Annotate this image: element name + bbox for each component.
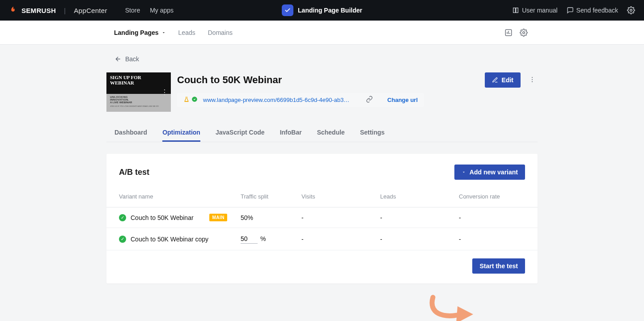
- check-circle-icon: [191, 96, 198, 104]
- col-visits: Visits: [301, 189, 380, 207]
- chart-icon[interactable]: [504, 29, 513, 37]
- dots-vertical-icon: [529, 76, 536, 83]
- col-conversion: Conversion rate: [459, 189, 538, 207]
- subnav-landing-pages-label: Landing Pages: [114, 29, 159, 36]
- chat-icon: [567, 7, 574, 14]
- flask-icon: [183, 96, 190, 104]
- link-icon[interactable]: [366, 96, 373, 104]
- send-feedback-label: Send feedback: [576, 7, 618, 14]
- edit-button[interactable]: Edit: [485, 72, 521, 88]
- sub-nav: Landing Pages Leads Domains: [114, 29, 233, 36]
- leads-cell: -: [380, 228, 459, 250]
- svg-point-2: [523, 31, 525, 34]
- url-box: www.landpage-preview.com/6699b1d5-6c9d-4…: [177, 93, 424, 107]
- semrush-flame-icon: [9, 6, 17, 15]
- svg-point-0: [630, 9, 632, 12]
- tab-javascript[interactable]: JavaScript Code: [216, 124, 265, 142]
- page-content: Back SIGN UP FOR WEBINAR UNLOCKING INNOV…: [106, 45, 538, 283]
- col-traffic-split: Traffic split: [241, 189, 301, 207]
- leads-cell: -: [380, 207, 459, 228]
- visits-cell: -: [301, 207, 380, 228]
- book-icon: [512, 7, 519, 14]
- thumb-sub3: A LIVE WEBINAR: [110, 101, 167, 104]
- traffic-split-input[interactable]: [241, 234, 258, 244]
- check-circle-icon: ✓: [119, 236, 126, 243]
- preview-url[interactable]: www.landpage-preview.com/6699b1d5-6c9d-4…: [203, 97, 349, 103]
- tab-optimization[interactable]: Optimization: [162, 124, 200, 142]
- change-url-link[interactable]: Change url: [387, 97, 418, 103]
- subnav-landing-pages[interactable]: Landing Pages: [114, 29, 166, 36]
- top-right: User manual Send feedback: [512, 6, 635, 14]
- nav-myapps[interactable]: My apps: [150, 7, 174, 14]
- subnav-leads[interactable]: Leads: [178, 29, 195, 36]
- page-thumbnail[interactable]: SIGN UP FOR WEBINAR UNLOCKING INNOVATION…: [106, 72, 171, 112]
- top-nav: Store My apps: [125, 7, 174, 14]
- gear-icon[interactable]: [627, 6, 635, 14]
- sub-bar: Landing Pages Leads Domains: [0, 21, 644, 45]
- abtest-card: A/B test Add new variant Variant name Tr…: [106, 154, 538, 283]
- table-row: ✓ Couch to 50K Webinar MAIN 50% - - -: [106, 207, 538, 228]
- tab-infobar[interactable]: InfoBar: [280, 124, 302, 142]
- tab-settings[interactable]: Settings: [360, 124, 385, 142]
- thumb-line1: SIGN UP FOR: [110, 75, 167, 80]
- tab-dashboard[interactable]: Dashboard: [114, 124, 147, 142]
- thumb-more-icon[interactable]: ⋮: [161, 88, 168, 97]
- brand-main: SEMRUSH: [21, 7, 56, 14]
- nav-store[interactable]: Store: [125, 7, 140, 14]
- main-badge: MAIN: [209, 214, 227, 221]
- abtest-table: Variant name Traffic split Visits Leads …: [106, 189, 538, 250]
- table-row: ✓ Couch to 50K Webinar copy % - - -: [106, 228, 538, 250]
- subnav-domains[interactable]: Domains: [208, 29, 233, 36]
- brand: SEMRUSH | AppCenter: [9, 6, 107, 15]
- brand-separator: |: [64, 7, 66, 14]
- top-bar: SEMRUSH | AppCenter Store My apps Landin…: [0, 0, 644, 21]
- visits-cell: -: [301, 228, 380, 250]
- thumb-line2: WEBINAR: [110, 80, 167, 86]
- app-title-center: Landing Page Builder: [282, 4, 362, 16]
- conv-cell: -: [459, 207, 538, 228]
- caret-down-icon: [161, 30, 166, 35]
- arrow-left-icon: [114, 55, 122, 63]
- thumb-tiny: JOIN US IF YOU LOVE INSIGHTS AND IDEAS L…: [110, 106, 167, 107]
- user-manual-link[interactable]: User manual: [512, 7, 557, 14]
- svg-point-4: [532, 79, 533, 80]
- send-feedback-link[interactable]: Send feedback: [567, 7, 618, 14]
- annotation-arrow-icon: [419, 293, 478, 321]
- svg-point-3: [532, 77, 533, 78]
- split-cell: 50%: [241, 207, 301, 228]
- page-title: Couch to 50K Webinar: [177, 74, 282, 86]
- variant-name: Couch to 50K Webinar: [131, 214, 194, 221]
- svg-point-5: [532, 81, 533, 82]
- tab-schedule[interactable]: Schedule: [317, 124, 345, 142]
- add-variant-button[interactable]: Add new variant: [454, 165, 525, 180]
- variant-name: Couch to 50K Webinar copy: [131, 236, 208, 243]
- back-link[interactable]: Back: [106, 55, 538, 63]
- percent-label: %: [260, 235, 266, 242]
- app-badge-icon: [282, 4, 293, 16]
- gear-icon[interactable]: [520, 29, 528, 37]
- page-tabs: Dashboard Optimization JavaScript Code I…: [106, 124, 538, 142]
- edit-label: Edit: [502, 76, 513, 84]
- brand-sub: AppCenter: [74, 7, 107, 14]
- card-title: A/B test: [119, 168, 149, 177]
- check-circle-icon: ✓: [119, 214, 126, 221]
- page-header: SIGN UP FOR WEBINAR UNLOCKING INNOVATION…: [106, 72, 538, 112]
- pencil-icon: [492, 77, 498, 83]
- caret-down-icon: [462, 170, 466, 174]
- more-actions-button[interactable]: [527, 74, 538, 86]
- back-label: Back: [125, 55, 139, 63]
- start-test-button[interactable]: Start the test: [472, 258, 525, 274]
- start-test-label: Start the test: [479, 262, 518, 270]
- conv-cell: -: [459, 228, 538, 250]
- col-leads: Leads: [380, 189, 459, 207]
- col-variant-name: Variant name: [106, 189, 241, 207]
- add-variant-label: Add new variant: [470, 169, 518, 176]
- user-manual-label: User manual: [522, 7, 557, 14]
- app-title: Landing Page Builder: [298, 7, 362, 14]
